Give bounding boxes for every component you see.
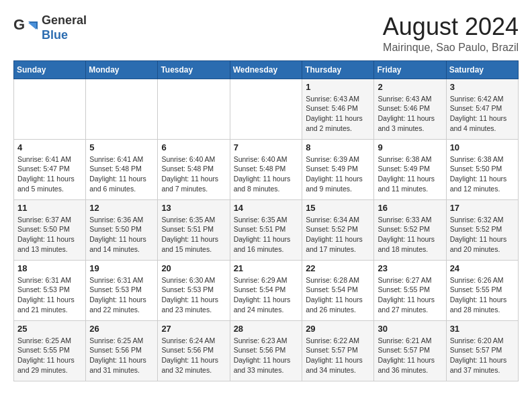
calendar-cell: 11Sunrise: 6:37 AM Sunset: 5:50 PM Dayli… xyxy=(14,199,86,260)
day-number: 2 xyxy=(378,82,442,92)
day-number: 31 xyxy=(450,324,515,334)
calendar-cell: 5Sunrise: 6:41 AM Sunset: 5:48 PM Daylig… xyxy=(86,139,158,199)
day-number: 30 xyxy=(378,324,442,334)
calendar-cell xyxy=(14,79,86,139)
day-number: 26 xyxy=(89,324,154,334)
calendar-cell: 4Sunrise: 6:41 AM Sunset: 5:47 PM Daylig… xyxy=(14,139,86,199)
day-info: Sunrise: 6:33 AM Sunset: 5:52 PM Dayligh… xyxy=(378,215,442,255)
day-info: Sunrise: 6:32 AM Sunset: 5:52 PM Dayligh… xyxy=(450,215,515,255)
day-number: 22 xyxy=(306,263,370,273)
day-number: 12 xyxy=(89,203,154,213)
day-number: 27 xyxy=(161,324,226,334)
calendar-cell: 16Sunrise: 6:33 AM Sunset: 5:52 PM Dayli… xyxy=(374,199,446,260)
day-number: 17 xyxy=(450,203,515,213)
day-info: Sunrise: 6:31 AM Sunset: 5:53 PM Dayligh… xyxy=(89,275,154,315)
day-number: 4 xyxy=(17,142,82,152)
day-info: Sunrise: 6:23 AM Sunset: 5:56 PM Dayligh… xyxy=(234,336,299,375)
calendar-cell: 27Sunrise: 6:24 AM Sunset: 5:56 PM Dayli… xyxy=(158,320,230,381)
week-row-4: 18Sunrise: 6:31 AM Sunset: 5:53 PM Dayli… xyxy=(14,260,519,320)
day-info: Sunrise: 6:20 AM Sunset: 5:57 PM Dayligh… xyxy=(450,336,515,375)
day-info: Sunrise: 6:35 AM Sunset: 5:51 PM Dayligh… xyxy=(161,215,226,255)
calendar-cell xyxy=(158,79,230,139)
logo-icon: G xyxy=(13,16,38,40)
calendar-cell: 21Sunrise: 6:29 AM Sunset: 5:54 PM Dayli… xyxy=(230,260,302,320)
logo-text: General Blue xyxy=(42,13,87,42)
day-info: Sunrise: 6:30 AM Sunset: 5:53 PM Dayligh… xyxy=(161,275,226,315)
day-info: Sunrise: 6:25 AM Sunset: 5:56 PM Dayligh… xyxy=(89,336,154,375)
day-number: 24 xyxy=(450,263,515,273)
day-info: Sunrise: 6:38 AM Sunset: 5:50 PM Dayligh… xyxy=(450,154,515,194)
day-number: 13 xyxy=(161,203,226,213)
day-number: 8 xyxy=(306,142,370,152)
day-info: Sunrise: 6:29 AM Sunset: 5:54 PM Dayligh… xyxy=(234,275,299,315)
calendar-cell: 8Sunrise: 6:39 AM Sunset: 5:49 PM Daylig… xyxy=(302,139,374,199)
weekday-header-tuesday: Tuesday xyxy=(158,60,230,79)
day-info: Sunrise: 6:28 AM Sunset: 5:54 PM Dayligh… xyxy=(306,275,370,315)
day-number: 6 xyxy=(161,142,226,152)
week-row-3: 11Sunrise: 6:37 AM Sunset: 5:50 PM Dayli… xyxy=(14,199,519,260)
page-header: G General Blue August 2024 Mairinque, Sa… xyxy=(13,13,519,54)
day-info: Sunrise: 6:26 AM Sunset: 5:55 PM Dayligh… xyxy=(450,275,515,315)
day-info: Sunrise: 6:36 AM Sunset: 5:50 PM Dayligh… xyxy=(89,215,154,255)
day-info: Sunrise: 6:42 AM Sunset: 5:47 PM Dayligh… xyxy=(450,94,515,134)
day-info: Sunrise: 6:27 AM Sunset: 5:55 PM Dayligh… xyxy=(378,275,442,315)
day-number: 21 xyxy=(234,263,299,273)
calendar-cell: 12Sunrise: 6:36 AM Sunset: 5:50 PM Dayli… xyxy=(86,199,158,260)
calendar-cell: 15Sunrise: 6:34 AM Sunset: 5:52 PM Dayli… xyxy=(302,199,374,260)
day-number: 7 xyxy=(234,142,299,152)
calendar-cell: 25Sunrise: 6:25 AM Sunset: 5:55 PM Dayli… xyxy=(14,320,86,381)
day-info: Sunrise: 6:21 AM Sunset: 5:57 PM Dayligh… xyxy=(378,336,442,375)
day-info: Sunrise: 6:40 AM Sunset: 5:48 PM Dayligh… xyxy=(161,154,226,194)
calendar-cell: 9Sunrise: 6:38 AM Sunset: 5:49 PM Daylig… xyxy=(374,139,446,199)
calendar-cell: 7Sunrise: 6:40 AM Sunset: 5:48 PM Daylig… xyxy=(230,139,302,199)
day-info: Sunrise: 6:37 AM Sunset: 5:50 PM Dayligh… xyxy=(17,215,82,255)
day-number: 5 xyxy=(89,142,154,152)
day-info: Sunrise: 6:40 AM Sunset: 5:48 PM Dayligh… xyxy=(234,154,299,194)
calendar-cell: 30Sunrise: 6:21 AM Sunset: 5:57 PM Dayli… xyxy=(374,320,446,381)
day-number: 29 xyxy=(306,324,370,334)
day-number: 11 xyxy=(17,203,82,213)
calendar-cell: 22Sunrise: 6:28 AM Sunset: 5:54 PM Dayli… xyxy=(302,260,374,320)
calendar-cell: 28Sunrise: 6:23 AM Sunset: 5:56 PM Dayli… xyxy=(230,320,302,381)
weekday-header-friday: Friday xyxy=(374,60,446,79)
calendar-cell: 19Sunrise: 6:31 AM Sunset: 5:53 PM Dayli… xyxy=(86,260,158,320)
calendar-cell: 10Sunrise: 6:38 AM Sunset: 5:50 PM Dayli… xyxy=(446,139,518,199)
calendar-cell: 6Sunrise: 6:40 AM Sunset: 5:48 PM Daylig… xyxy=(158,139,230,199)
calendar-cell: 18Sunrise: 6:31 AM Sunset: 5:53 PM Dayli… xyxy=(14,260,86,320)
calendar-table: SundayMondayTuesdayWednesdayThursdayFrid… xyxy=(13,60,519,381)
day-number: 16 xyxy=(378,203,442,213)
day-number: 19 xyxy=(89,263,154,273)
calendar-cell: 24Sunrise: 6:26 AM Sunset: 5:55 PM Dayli… xyxy=(446,260,518,320)
day-number: 20 xyxy=(161,263,226,273)
weekday-header-monday: Monday xyxy=(86,60,158,79)
week-row-5: 25Sunrise: 6:25 AM Sunset: 5:55 PM Dayli… xyxy=(14,320,519,381)
day-info: Sunrise: 6:22 AM Sunset: 5:57 PM Dayligh… xyxy=(306,336,370,375)
calendar-cell: 1Sunrise: 6:43 AM Sunset: 5:46 PM Daylig… xyxy=(302,79,374,139)
weekday-header-thursday: Thursday xyxy=(302,60,374,79)
day-info: Sunrise: 6:38 AM Sunset: 5:49 PM Dayligh… xyxy=(378,154,442,194)
day-number: 1 xyxy=(306,82,370,92)
day-number: 23 xyxy=(378,263,442,273)
calendar-cell: 13Sunrise: 6:35 AM Sunset: 5:51 PM Dayli… xyxy=(158,199,230,260)
calendar-cell: 2Sunrise: 6:43 AM Sunset: 5:46 PM Daylig… xyxy=(374,79,446,139)
calendar-cell: 17Sunrise: 6:32 AM Sunset: 5:52 PM Dayli… xyxy=(446,199,518,260)
day-number: 15 xyxy=(306,203,370,213)
week-row-2: 4Sunrise: 6:41 AM Sunset: 5:47 PM Daylig… xyxy=(14,139,519,199)
calendar-cell: 26Sunrise: 6:25 AM Sunset: 5:56 PM Dayli… xyxy=(86,320,158,381)
day-info: Sunrise: 6:43 AM Sunset: 5:46 PM Dayligh… xyxy=(378,94,442,134)
subtitle: Mairinque, Sao Paulo, Brazil xyxy=(383,42,519,54)
calendar-cell: 14Sunrise: 6:35 AM Sunset: 5:51 PM Dayli… xyxy=(230,199,302,260)
calendar-cell: 31Sunrise: 6:20 AM Sunset: 5:57 PM Dayli… xyxy=(446,320,518,381)
weekday-header-sunday: Sunday xyxy=(14,60,86,79)
day-info: Sunrise: 6:24 AM Sunset: 5:56 PM Dayligh… xyxy=(161,336,226,375)
day-number: 10 xyxy=(450,142,515,152)
day-info: Sunrise: 6:41 AM Sunset: 5:48 PM Dayligh… xyxy=(89,154,154,194)
day-number: 9 xyxy=(378,142,442,152)
calendar-cell xyxy=(230,79,302,139)
day-number: 14 xyxy=(234,203,299,213)
day-info: Sunrise: 6:31 AM Sunset: 5:53 PM Dayligh… xyxy=(17,275,82,315)
day-info: Sunrise: 6:39 AM Sunset: 5:49 PM Dayligh… xyxy=(306,154,370,194)
svg-marker-2 xyxy=(28,23,36,30)
weekday-header-wednesday: Wednesday xyxy=(230,60,302,79)
day-number: 28 xyxy=(234,324,299,334)
